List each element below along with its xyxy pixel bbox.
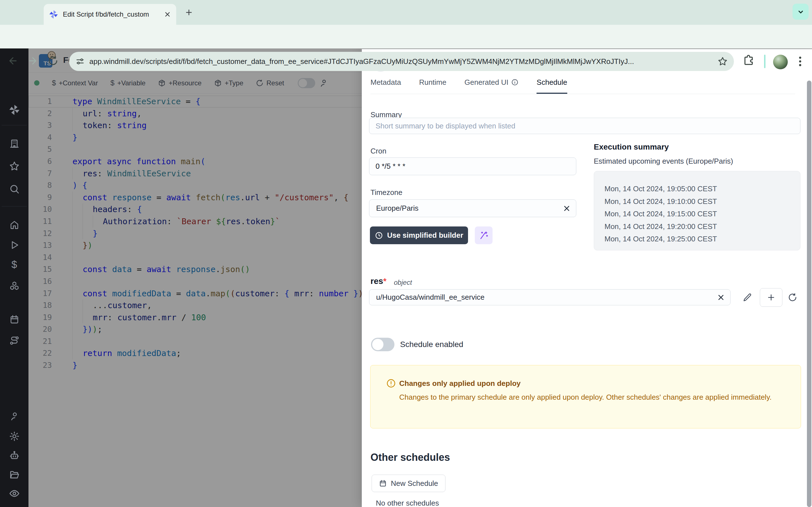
windmill-logo-icon[interactable] — [0, 104, 29, 116]
timezone-input[interactable] — [369, 200, 576, 217]
cron-input[interactable] — [369, 158, 576, 175]
plus-icon — [767, 293, 776, 302]
browser-tab[interactable]: Edit Script f/bd/fetch_custom — [44, 4, 176, 25]
use-simplified-builder-button[interactable]: Use simplified builder — [370, 226, 468, 244]
new-schedule-button[interactable]: New Schedule — [371, 474, 446, 492]
calendar-icon — [379, 480, 387, 487]
res-value[interactable] — [375, 293, 717, 302]
plus-icon — [185, 8, 193, 17]
execution-event: Mon, 14 Oct 2024, 19:20:00 CEST — [605, 220, 800, 233]
browser-chrome: Edit Script f/bd/fetch_custom app.windmi… — [0, 0, 812, 48]
menu-kebab-icon[interactable] — [795, 55, 806, 68]
info-icon — [511, 78, 518, 86]
magic-wand-icon — [479, 231, 489, 240]
schedule-enabled-label: Schedule enabled — [400, 340, 463, 349]
sidebar-item-audit-logs[interactable] — [0, 488, 29, 499]
reload-icon[interactable] — [48, 55, 58, 66]
bookmark-star-icon[interactable] — [718, 56, 728, 66]
profile-avatar[interactable] — [773, 55, 788, 69]
sidebar-item-search[interactable] — [0, 184, 29, 194]
execution-event: Mon, 14 Oct 2024, 19:10:00 CEST — [605, 195, 800, 208]
forward-icon[interactable] — [28, 55, 38, 66]
sidebar-item-variables[interactable]: $ — [0, 259, 29, 270]
execution-event: Mon, 14 Oct 2024, 19:25:00 CEST — [605, 233, 800, 245]
refresh-icon — [788, 293, 797, 302]
no-other-schedules-text: No other schedules — [376, 499, 439, 507]
tab-runtime[interactable]: Runtime — [419, 76, 446, 94]
sidebar-item-resources[interactable] — [0, 281, 29, 291]
sidebar-item-workspace[interactable] — [0, 138, 29, 149]
res-field-name: res* — [370, 276, 387, 286]
tab-title: Edit Script f/bd/fetch_custom — [63, 10, 156, 18]
settings-tabs: Metadata Runtime Generated UI Schedule — [370, 76, 795, 94]
site-settings-icon[interactable] — [75, 57, 85, 66]
execution-event: Mon, 14 Oct 2024, 19:15:00 CEST — [605, 208, 800, 220]
res-input[interactable] — [369, 289, 730, 305]
extensions-icon[interactable] — [742, 54, 755, 66]
deploy-warning: Changes only applied upon deploy Changes… — [370, 365, 801, 429]
tab-schedule[interactable]: Schedule — [537, 76, 567, 94]
tab-close-icon[interactable] — [164, 11, 171, 18]
cron-label: Cron — [370, 147, 386, 156]
url-text: app.windmill.dev/scripts/edit/f/bd/fetch… — [89, 57, 718, 66]
clear-timezone-icon[interactable] — [562, 204, 571, 213]
tab-generated-ui[interactable]: Generated UI — [464, 76, 518, 94]
timezone-label: Timezone — [370, 188, 402, 197]
warning-title: Changes only applied upon deploy — [399, 379, 520, 388]
schedule-enabled-toggle[interactable] — [371, 338, 395, 351]
sidebar-item-schedules[interactable] — [0, 314, 29, 325]
chevron-down-icon — [797, 8, 805, 16]
res-field-type: object — [394, 279, 412, 286]
clear-res-icon[interactable] — [717, 293, 725, 302]
alert-circle-icon — [386, 379, 396, 388]
refresh-resource-button[interactable] — [785, 290, 800, 304]
execution-summary-subheading: Estimated upcoming events (Europe/Paris) — [594, 157, 733, 166]
sidebar-item-flows[interactable] — [0, 335, 29, 346]
tab-metadata[interactable]: Metadata — [370, 76, 401, 94]
browser-toolbar: app.windmill.dev/scripts/edit/f/bd/fetch… — [0, 25, 812, 48]
edit-resource-button[interactable] — [740, 290, 755, 304]
ai-cron-button[interactable] — [475, 226, 493, 244]
settings-drawer: Settings Metadata Runtime Generated UI S… — [362, 49, 812, 507]
new-tab-button[interactable] — [183, 6, 195, 18]
required-mark: * — [383, 276, 387, 286]
sidebar-item-runs[interactable] — [0, 240, 29, 250]
pencil-icon — [743, 293, 752, 302]
back-icon[interactable] — [8, 55, 18, 66]
toolbar-divider — [764, 55, 765, 68]
execution-summary-heading: Execution summary — [594, 143, 669, 152]
execution-event: Mon, 14 Oct 2024, 19:05:00 CEST — [605, 182, 800, 195]
windmill-favicon — [49, 10, 58, 19]
summary-input[interactable] — [369, 118, 801, 134]
app-sidebar: $ — [0, 48, 29, 507]
sidebar-divider — [2, 125, 27, 125]
warning-body: Changes to the primary schedule are only… — [399, 391, 783, 403]
execution-events: Mon, 14 Oct 2024, 19:05:00 CESTMon, 14 O… — [594, 171, 801, 250]
timezone-value[interactable] — [375, 204, 562, 213]
address-bar[interactable]: app.windmill.dev/scripts/edit/f/bd/fetch… — [69, 52, 734, 71]
sidebar-item-home[interactable] — [0, 220, 29, 230]
sidebar-item-folders[interactable] — [0, 469, 29, 480]
screen: Edit Script f/bd/fetch_custom app.windmi… — [0, 0, 812, 507]
add-resource-button-drawer[interactable] — [760, 288, 782, 307]
sidebar-item-settings[interactable] — [0, 431, 29, 442]
sidebar-item-users[interactable] — [0, 411, 29, 421]
chrome-panel-button[interactable] — [793, 4, 809, 20]
sidebar-item-favorites[interactable] — [0, 161, 29, 172]
sidebar-item-ai[interactable] — [0, 450, 29, 461]
clock-icon — [375, 231, 383, 240]
other-schedules-heading: Other schedules — [370, 452, 450, 463]
drawer-scrollbar[interactable] — [807, 80, 811, 507]
sidebar-divider — [2, 206, 27, 207]
